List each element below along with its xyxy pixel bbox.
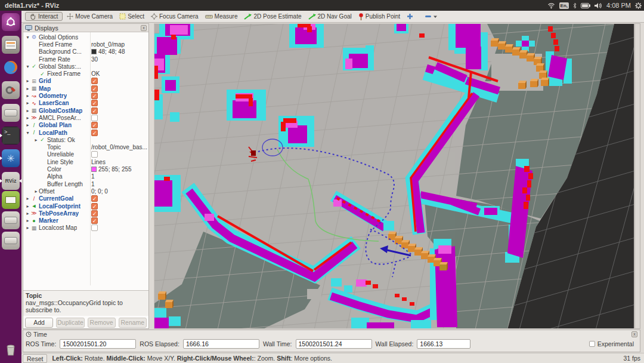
add-button[interactable]: Add bbox=[25, 318, 53, 328]
toolbar-button-select[interactable]: Select bbox=[117, 13, 147, 20]
experimental-checkbox-row[interactable]: Experimental bbox=[589, 340, 634, 347]
enable-checkbox[interactable] bbox=[91, 115, 98, 121]
time-field-label: Wall Elapsed: bbox=[376, 340, 414, 347]
viewport-scrollbar[interactable] bbox=[634, 23, 640, 329]
tree-row-buffer-length[interactable]: Buffer Length1 bbox=[23, 180, 148, 187]
enable-checkbox[interactable]: ✓ bbox=[91, 195, 98, 202]
3d-viewport[interactable] bbox=[154, 23, 634, 329]
tree-row-global-options[interactable]: ▾⚙Global Options bbox=[23, 33, 148, 41]
time-field-input[interactable]: 1500201501.20 bbox=[60, 339, 136, 349]
bluetooth-icon[interactable] bbox=[573, 2, 577, 9]
tree-row-currentgoal[interactable]: ▸/CurrentGoal✓ bbox=[23, 195, 148, 202]
battery-icon[interactable] bbox=[581, 3, 590, 8]
launcher-terminal[interactable]: >_ bbox=[2, 127, 20, 144]
tree-row-grid[interactable]: ▸⊞Grid✓ bbox=[23, 78, 148, 85]
volume-icon[interactable] bbox=[595, 2, 602, 9]
session-gear-icon[interactable] bbox=[635, 2, 642, 9]
running-indicator bbox=[0, 156, 2, 160]
launcher-stage-simulator[interactable]: ✳ bbox=[2, 149, 20, 167]
enable-checkbox[interactable]: ✓ bbox=[91, 217, 98, 224]
tree-row-marker[interactable]: ▸●Marker✓ bbox=[23, 217, 148, 224]
tree-row-background-c-[interactable]: Background C...48; 48; 48 bbox=[23, 48, 148, 56]
enable-checkbox[interactable]: ✓ bbox=[91, 130, 98, 136]
tree-row-alpha[interactable]: Alpha1 bbox=[23, 173, 148, 180]
tree-row-amcl-posear-[interactable]: ▸≫AMCL PoseAr... bbox=[23, 114, 148, 121]
enable-checkbox[interactable]: ✓ bbox=[91, 85, 98, 92]
launcher-firefox[interactable] bbox=[2, 59, 20, 76]
network-icon[interactable] bbox=[547, 2, 555, 9]
help-text: nav_msgs::OccupancyGrid topic to subscri… bbox=[26, 299, 123, 313]
launcher-ubuntu[interactable] bbox=[2, 13, 20, 31]
launcher-file-manager[interactable] bbox=[2, 36, 20, 54]
tree-row-localfootprint[interactable]: ▸◄LocalFootprint✓ bbox=[23, 202, 148, 210]
tree-row-map[interactable]: ▸▦Map✓ bbox=[23, 85, 148, 92]
toolbar-button-interact[interactable]: Interact bbox=[25, 12, 63, 21]
launcher-rviz[interactable]: RViz bbox=[2, 172, 20, 190]
displays-tree: ▾⚙Global OptionsFixed Framerobot_0/mapBa… bbox=[23, 32, 148, 230]
enable-checkbox[interactable]: ✓ bbox=[91, 100, 98, 106]
keyboard-indicator[interactable]: En, bbox=[559, 2, 569, 9]
tree-row-globalcostmap[interactable]: ▸▦GlobalCostMap✓ bbox=[23, 107, 148, 114]
displays-close-icon[interactable]: x bbox=[141, 25, 147, 31]
laser-icon: ∿ bbox=[30, 100, 38, 106]
map-icon: ▦ bbox=[30, 225, 38, 231]
toolbar-button-2d-pose-estimate[interactable]: 2D Pose Estimate bbox=[242, 13, 304, 20]
reset-button[interactable]: Reset bbox=[23, 354, 47, 363]
tree-row-color[interactable]: Color255; 85; 255 bbox=[23, 165, 148, 173]
toolbar-button-focus-camera[interactable]: Focus Camera bbox=[148, 13, 201, 20]
launcher-disk-2[interactable] bbox=[2, 211, 20, 229]
tree-row-laserscan[interactable]: ▸∿LaserScan✓ bbox=[23, 100, 148, 107]
launcher-software-updater[interactable] bbox=[2, 191, 20, 209]
running-indicator bbox=[0, 179, 2, 183]
toolbar-button-measure[interactable]: Measure bbox=[203, 13, 240, 20]
tree-row-localpath[interactable]: ▾/LocalPath✓ bbox=[23, 129, 148, 136]
rename-button[interactable]: Rename bbox=[119, 318, 147, 328]
tree-row-topic[interactable]: Topic/robot_0/move_bas... bbox=[23, 144, 148, 151]
duplicate-button[interactable]: Duplicate bbox=[56, 318, 84, 328]
tree-row-frame-rate[interactable]: Frame Rate30 bbox=[23, 56, 148, 63]
time-panel-title: Time bbox=[33, 331, 47, 338]
enable-checkbox[interactable]: ✓ bbox=[91, 78, 98, 84]
tree-row-offset[interactable]: ▸Offset0; 0; 0 bbox=[23, 187, 148, 195]
enable-checkbox[interactable] bbox=[91, 224, 98, 231]
toolbar-button-move-camera[interactable]: Move Camera bbox=[64, 13, 115, 20]
tree-row-status-ok[interactable]: ▸✓Status: Ok bbox=[23, 136, 148, 143]
toolbar-button-publish-point[interactable]: Publish Point bbox=[356, 13, 402, 21]
tree-row-line-style[interactable]: Line StyleLines bbox=[23, 158, 148, 165]
displays-panel-header[interactable]: Displays x bbox=[23, 24, 148, 32]
remove-button[interactable]: Remove bbox=[88, 318, 116, 328]
tree-row-unreliable[interactable]: Unreliable bbox=[23, 151, 148, 158]
time-field-label: ROS Time: bbox=[26, 340, 56, 347]
tree-row-fixed-frame[interactable]: ✓Fixed FrameOK bbox=[23, 70, 148, 78]
enable-checkbox[interactable]: ✓ bbox=[91, 122, 98, 128]
time-field-input[interactable]: 1500201501.24 bbox=[296, 339, 372, 349]
add-tool-button[interactable] bbox=[404, 13, 416, 20]
enable-checkbox[interactable] bbox=[91, 151, 98, 158]
tree-row-fixed-frame[interactable]: Fixed Framerobot_0/map bbox=[23, 41, 148, 48]
experimental-checkbox[interactable] bbox=[589, 341, 595, 347]
toolbar-button-2d-nav-goal[interactable]: 2D Nav Goal bbox=[306, 13, 354, 20]
clock[interactable]: 4:08 PM bbox=[606, 2, 631, 9]
tree-row-global-status-[interactable]: ▾✓Global Status:... bbox=[23, 63, 148, 70]
running-indicator bbox=[0, 134, 2, 137]
posearr-icon: ≫ bbox=[30, 210, 38, 216]
launcher-trash[interactable] bbox=[2, 340, 20, 358]
time-field-input[interactable]: 1666.16 bbox=[183, 339, 259, 349]
enable-checkbox[interactable]: ✓ bbox=[91, 107, 98, 114]
tree-row-global-plan[interactable]: ▸/Global Plan✓ bbox=[23, 122, 148, 129]
status-bar: Reset Left-Click: Rotate. Middle-Click: … bbox=[21, 353, 644, 363]
launcher-disk[interactable] bbox=[2, 104, 20, 122]
check-icon: ✓ bbox=[39, 71, 46, 77]
tree-row-localcost-map[interactable]: ▸▦Localcost Map bbox=[23, 224, 148, 232]
time-field-input[interactable]: 1666.13 bbox=[417, 339, 470, 349]
enable-checkbox[interactable]: ✓ bbox=[91, 93, 98, 99]
time-close-icon[interactable]: x bbox=[631, 331, 637, 337]
toolbar-overflow-button[interactable] bbox=[423, 13, 441, 20]
enable-checkbox[interactable]: ✓ bbox=[91, 210, 98, 217]
launcher-system-settings[interactable] bbox=[2, 81, 20, 99]
tree-row-tebposearray[interactable]: ▸≫TebPoseArray✓ bbox=[23, 210, 148, 217]
tree-row-odometry[interactable]: ▸↝Odometry✓ bbox=[23, 92, 148, 99]
pathg-icon: / bbox=[30, 130, 38, 136]
enable-checkbox[interactable]: ✓ bbox=[91, 203, 98, 210]
launcher-disk-3[interactable] bbox=[2, 232, 20, 250]
